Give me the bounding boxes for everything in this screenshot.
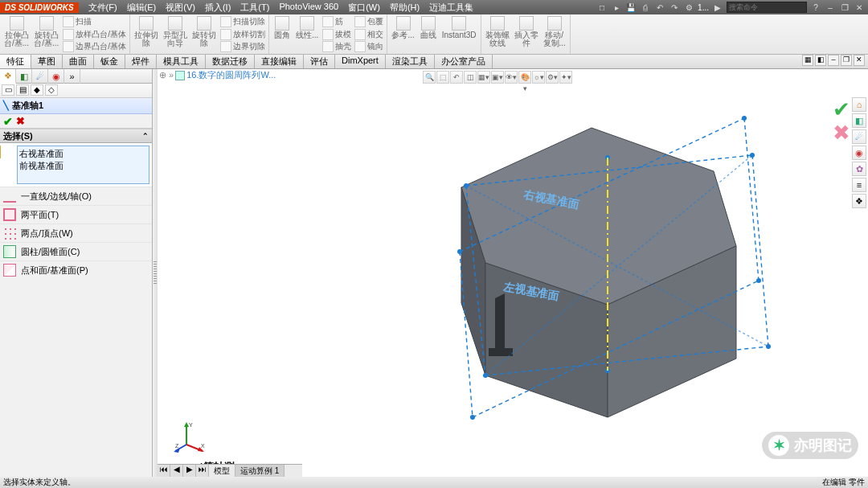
move-copy-button[interactable]: 移动/ 复制... [541,15,568,53]
zoom-area-icon[interactable]: ⬚ [436,71,449,84]
help-icon[interactable]: ? [810,2,821,13]
render-icon[interactable]: ✦▾ [559,71,572,84]
curves-button[interactable]: 曲线 [417,15,440,53]
menu-edit[interactable]: 编辑(E) [127,2,157,14]
breadcrumb-doc[interactable]: ⊕ » 16.数字的圆周阵列W... [159,69,276,81]
option-two-points[interactable]: 两点/顶点(W) [0,223,152,242]
tab-surface[interactable]: 曲面 [63,55,94,68]
tab-office[interactable]: 办公室产品 [435,55,493,68]
tab-data[interactable]: 数据迁移 [206,55,255,68]
display-tab-icon[interactable]: ◉ [48,69,64,84]
option-cyl-cone[interactable]: 圆柱/圆锥面(C) [0,242,152,260]
tab-model[interactable]: 模型 [209,465,235,477]
save-icon[interactable]: 💾 [625,2,637,13]
new-icon[interactable]: □ [596,2,608,13]
view-settings-icon[interactable]: ⚙▾ [546,71,559,84]
orientation-triad[interactable]: YXZ [174,420,206,453]
taskpane-custom-icon[interactable]: ≡ [852,178,866,192]
tab-sheetmetal[interactable]: 钣金 [94,55,125,68]
menu-view[interactable]: 视图(V) [166,2,195,14]
options-icon[interactable]: ⚙ [683,2,694,13]
rib-button[interactable]: 筋 [321,15,353,28]
extra-tab-icon[interactable]: » [64,69,80,84]
selected-item-1[interactable]: 右视基准面 [19,148,147,160]
open-icon[interactable]: ▸ [611,2,622,13]
prev-view-icon[interactable]: ↶ [450,71,463,84]
hole-wizard-button[interactable]: 异型孔 向导 [161,15,190,53]
boundary-button[interactable]: 边界凸台/基体 [61,40,128,53]
tab-motion-1[interactable]: 运动算例 1 [235,465,285,477]
selected-item-2[interactable]: 前视基准面 [19,160,147,172]
print-icon[interactable]: ⎙ [640,2,651,13]
config-tab-icon[interactable]: ☄ [32,69,48,84]
tool-icon-1[interactable]: ▭ [2,84,14,96]
wrap-button[interactable]: 包覆 [353,15,385,28]
shell-button[interactable]: 抽壳 [321,40,353,53]
taskpane-design-icon[interactable]: ☄ [852,129,866,144]
minimize-icon[interactable]: – [825,2,836,13]
redo-icon[interactable]: ↷ [669,2,680,13]
tab-nav-next[interactable]: ▶ [183,465,196,477]
insert-part-button[interactable]: 插入零 件 [512,15,541,53]
mdi-tile-icon[interactable]: ▦ [802,55,813,66]
loft-cut-button[interactable]: 放样切割 [219,28,267,41]
boundary-cut-button[interactable]: 边界切除 [219,40,267,53]
option-two-planes[interactable]: 两平面(T) [0,205,152,223]
mdi-close-icon[interactable]: ✕ [854,55,865,66]
close-icon[interactable]: ✕ [854,2,865,13]
tab-evaluate[interactable]: 评估 [304,55,335,68]
fm-tab-icon[interactable]: ❖ [0,69,16,84]
tool-icon-4[interactable]: ◇ [45,84,58,96]
draft-button[interactable]: 拔模 [321,28,353,41]
graphics-viewport[interactable]: ⊕ » 16.数字的圆周阵列W... 🔍 ⬚ ↶ ◫ ▦▾ ▣▾ 👁▾ 🎨▾ ☼… [158,69,868,477]
option-line-edge-axis[interactable]: 一直线/边线/轴(O) [0,187,152,205]
taskpane-view-icon[interactable]: ◉ [852,146,866,160]
tab-nav-first[interactable]: ⏮ [158,465,170,477]
section-view-icon[interactable]: ◫ [464,71,477,84]
menu-maddi[interactable]: 迈迪工具集 [429,2,473,14]
corner-ok-icon[interactable]: ✔ [833,97,850,121]
taskpane-home-icon[interactable]: ⌂ [852,97,866,112]
sweep-cut-button[interactable]: 扫描切除 [219,15,267,28]
mdi-max-icon[interactable]: ❐ [841,55,852,66]
menu-tools[interactable]: 工具(T) [240,2,269,14]
extrude-cut-button[interactable]: 拉伸切 除 [132,15,161,53]
search-input[interactable] [727,2,807,13]
scene-icon[interactable]: ☼▾ [532,71,545,84]
appearance-icon[interactable]: 🎨▾ [518,71,531,84]
revolve-cut-button[interactable]: 旋转切 除 [190,15,219,53]
menu-insert[interactable]: 插入(I) [205,2,231,14]
view-orient-icon[interactable]: ▦▾ [477,71,490,84]
linear-pattern-button[interactable]: 线性... [293,15,321,53]
tab-weldment[interactable]: 焊件 [125,55,157,68]
menu-file[interactable]: 文件(F) [88,2,117,14]
pin-icon[interactable]: ⊕ » [159,70,174,80]
tab-direct[interactable]: 直接编辑 [255,55,304,68]
selection-listbox[interactable]: 右视基准面 前视基准面 [17,146,149,184]
pm-tab-icon[interactable]: ◧ [16,69,32,84]
hide-show-icon[interactable]: 👁▾ [505,71,518,84]
zoom-fit-icon[interactable]: 🔍 [423,71,436,84]
pm-ok-button[interactable]: ✔ [3,115,13,128]
menu-help[interactable]: 帮助(H) [390,2,420,14]
menu-photoview[interactable]: PhotoView 360 [279,2,338,14]
mdi-cascade-icon[interactable]: ◧ [815,55,826,66]
intersect-button[interactable]: 相交 [353,28,385,41]
undo-icon[interactable]: ↶ [654,2,665,13]
corner-cancel-icon[interactable]: ✖ [833,121,850,146]
instant3d-button[interactable]: Instant3D [440,15,479,53]
mirror-button[interactable]: 镜向 [353,40,385,53]
taskpane-forum-icon[interactable]: ❖ [852,194,866,208]
cosmetic-thread-button[interactable]: 装饰螺 纹线 [483,15,512,53]
tab-dimxpert[interactable]: DimXpert [335,55,386,68]
reference-geom-button[interactable]: 参考... [389,15,416,53]
taskpane-appear-icon[interactable]: ✿ [852,162,866,176]
tab-nav-prev[interactable]: ◀ [170,465,183,477]
taskpane-resources-icon[interactable]: ◧ [852,113,866,128]
selection-section-header[interactable]: 选择(S) ⌃ [0,129,152,143]
mdi-min-icon[interactable]: – [828,55,839,66]
display-style-icon[interactable]: ▣▾ [491,71,504,84]
tab-sketch[interactable]: 草图 [31,55,63,68]
tab-render[interactable]: 渲染工具 [386,55,435,68]
tool-icon-2[interactable]: ▤ [16,84,29,96]
